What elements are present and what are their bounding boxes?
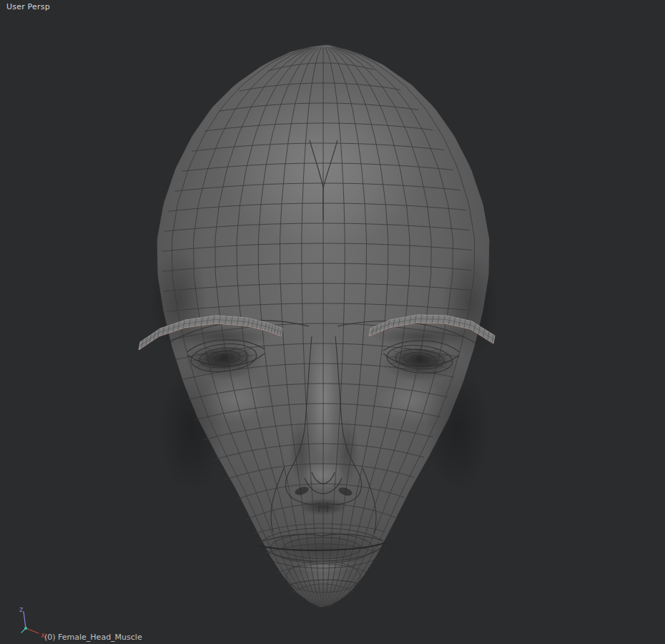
gizmo-origin-dot <box>24 627 26 629</box>
view-perspective-label: User Persp <box>6 2 50 11</box>
object-info-label: (0) Female_Head_Muscle <box>44 633 142 642</box>
x-axis-line <box>26 628 39 633</box>
viewport-3d[interactable]: User Persp z x (0) Female_Head_Muscle <box>0 0 665 644</box>
gizmo-z-label: z <box>19 605 23 613</box>
female-head-mesh[interactable] <box>0 0 665 644</box>
z-axis-line <box>24 612 26 628</box>
